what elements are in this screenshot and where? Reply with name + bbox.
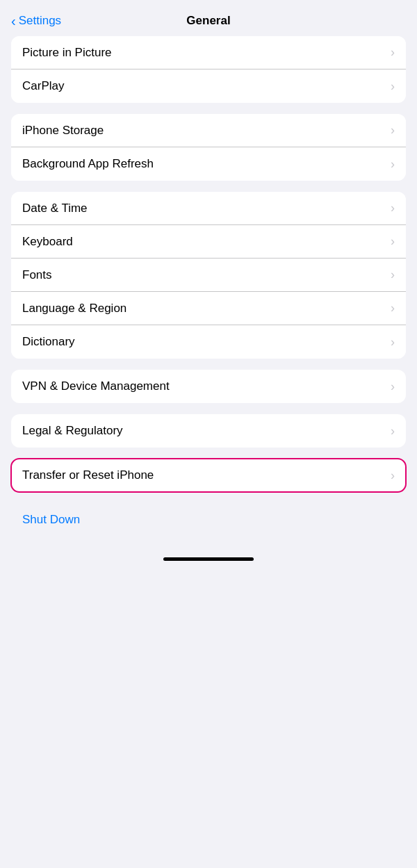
shutdown-label: Shut Down <box>22 513 80 526</box>
row-keyboard[interactable]: Keyboard › <box>11 225 406 259</box>
row-label-keyboard: Keyboard <box>22 235 73 249</box>
row-picture-in-picture[interactable]: Picture in Picture › <box>11 36 406 69</box>
section-group-media: Picture in Picture › CarPlay › <box>11 36 406 103</box>
chevron-icon-iphone-storage: › <box>391 123 395 138</box>
row-label-fonts: Fonts <box>22 268 52 282</box>
row-fonts[interactable]: Fonts › <box>11 259 406 292</box>
row-label-iphone-storage: iPhone Storage <box>22 124 104 138</box>
chevron-icon-transfer-reset: › <box>391 468 395 483</box>
row-date-time[interactable]: Date & Time › <box>11 192 406 225</box>
chevron-icon-carplay: › <box>391 79 395 94</box>
section-group-reset: Transfer or Reset iPhone › <box>11 459 406 492</box>
back-chevron-icon: ‹ <box>11 14 16 28</box>
section-group-legal: Legal & Regulatory › <box>11 414 406 448</box>
row-label-carplay: CarPlay <box>22 79 64 93</box>
section-group-storage: iPhone Storage › Background App Refresh … <box>11 114 406 181</box>
section-locale: Date & Time › Keyboard › Fonts › Languag… <box>11 192 406 359</box>
row-label-legal-regulatory: Legal & Regulatory <box>22 424 123 438</box>
chevron-icon-picture-in-picture: › <box>391 45 395 60</box>
chevron-icon-legal-regulatory: › <box>391 424 395 439</box>
chevron-icon-keyboard: › <box>391 234 395 249</box>
home-indicator <box>0 550 417 572</box>
shutdown-row[interactable]: Shut Down <box>11 503 406 537</box>
chevron-icon-dictionary: › <box>391 335 395 350</box>
row-label-dictionary: Dictionary <box>22 335 75 349</box>
row-transfer-reset[interactable]: Transfer or Reset iPhone › <box>11 459 406 492</box>
section-vpn: VPN & Device Management › <box>11 370 406 403</box>
back-button[interactable]: ‹ Settings <box>11 14 61 28</box>
header: ‹ Settings General <box>0 0 417 36</box>
row-label-language-region: Language & Region <box>22 302 126 316</box>
row-carplay[interactable]: CarPlay › <box>11 69 406 103</box>
section-legal: Legal & Regulatory › <box>11 414 406 448</box>
row-legal-regulatory[interactable]: Legal & Regulatory › <box>11 414 406 448</box>
section-storage: iPhone Storage › Background App Refresh … <box>11 114 406 181</box>
chevron-icon-background-app-refresh: › <box>391 157 395 172</box>
row-background-app-refresh[interactable]: Background App Refresh › <box>11 147 406 181</box>
settings-content: Picture in Picture › CarPlay › iPhone St… <box>0 36 417 537</box>
chevron-icon-date-time: › <box>391 201 395 215</box>
section-group-vpn: VPN & Device Management › <box>11 370 406 403</box>
section-group-locale: Date & Time › Keyboard › Fonts › Languag… <box>11 192 406 359</box>
row-dictionary[interactable]: Dictionary › <box>11 325 406 359</box>
page-title: General <box>186 14 230 28</box>
back-label: Settings <box>19 14 61 28</box>
row-label-background-app-refresh: Background App Refresh <box>22 157 154 171</box>
home-bar <box>163 557 254 561</box>
section-reset: Transfer or Reset iPhone › <box>11 459 406 492</box>
chevron-icon-fonts: › <box>391 268 395 282</box>
row-label-vpn-device-management: VPN & Device Management <box>22 379 170 393</box>
row-label-date-time: Date & Time <box>22 202 88 215</box>
section-media: Picture in Picture › CarPlay › <box>11 36 406 103</box>
chevron-icon-language-region: › <box>391 301 395 316</box>
chevron-icon-vpn-device-management: › <box>391 379 395 394</box>
row-iphone-storage[interactable]: iPhone Storage › <box>11 114 406 147</box>
row-label-picture-in-picture: Picture in Picture <box>22 46 112 60</box>
row-label-transfer-reset: Transfer or Reset iPhone <box>22 468 154 482</box>
row-vpn-device-management[interactable]: VPN & Device Management › <box>11 370 406 403</box>
row-language-region[interactable]: Language & Region › <box>11 292 406 325</box>
